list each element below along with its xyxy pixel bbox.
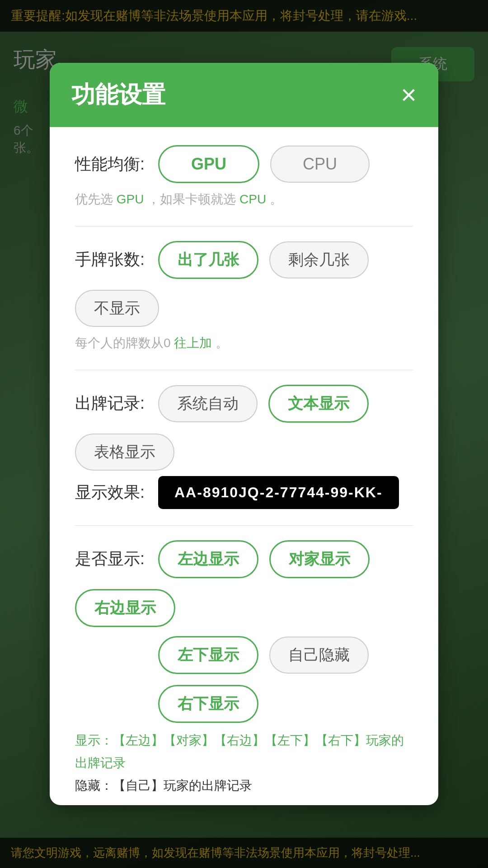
- play-record-row: 出牌记录: 系统自动 文本显示 表格显示: [75, 385, 413, 471]
- show-hide-btn2[interactable]: 对家显示: [269, 540, 370, 578]
- modal-backdrop: 功能设置 × 性能均衡: GPU CPU 优先选 GPU ，如果卡顿就选 CPU…: [0, 0, 488, 868]
- play-record-btn3[interactable]: 表格显示: [75, 434, 174, 471]
- card-count-btn2[interactable]: 剩余几张: [269, 241, 369, 278]
- performance-hint: 优先选 GPU ，如果卡顿就选 CPU 。: [75, 189, 413, 210]
- modal-header: 功能设置 ×: [50, 63, 438, 127]
- effect-display: AA-8910JQ-2-77744-99-KK-: [158, 476, 399, 509]
- card-count-section: 手牌张数: 出了几张 剩余几张 不显示 每个人的牌数从0 往上加 。: [75, 241, 413, 354]
- hint-gpu-text: GPU: [117, 192, 144, 206]
- performance-row: 性能均衡: GPU CPU: [75, 145, 413, 183]
- show-hide-label: 是否显示:: [75, 548, 147, 570]
- modal-close-button[interactable]: ×: [401, 81, 417, 108]
- show-hide-btn6[interactable]: 右下显示: [158, 685, 258, 723]
- show-hide-btn5[interactable]: 自己隐藏: [269, 637, 369, 674]
- modal-title: 功能设置: [71, 79, 165, 111]
- play-record-btn1[interactable]: 系统自动: [158, 385, 258, 422]
- show-hide-hint-black: 隐藏：【自己】玩家的出牌记录: [75, 777, 413, 794]
- card-count-hint: 每个人的牌数从0 往上加 。: [75, 333, 413, 354]
- divider-1: [75, 226, 413, 226]
- card-count-btn1[interactable]: 出了几张: [158, 241, 258, 279]
- hint-up-text: 往上加: [174, 336, 212, 350]
- gpu-button[interactable]: GPU: [158, 145, 259, 183]
- divider-2: [75, 370, 413, 370]
- divider-3: [75, 525, 413, 526]
- performance-section: 性能均衡: GPU CPU 优先选 GPU ，如果卡顿就选 CPU 。: [75, 145, 413, 210]
- show-hide-hint-green: 显示：【左边】【对家】【右边】【左下】【右下】玩家的出牌记录: [75, 729, 413, 775]
- card-count-btn3[interactable]: 不显示: [75, 290, 159, 327]
- card-count-row: 手牌张数: 出了几张 剩余几张 不显示: [75, 241, 413, 327]
- show-hide-btn1[interactable]: 左边显示: [158, 540, 258, 578]
- effect-row: 显示效果: AA-8910JQ-2-77744-99-KK-: [75, 476, 413, 509]
- card-count-label: 手牌张数:: [75, 249, 147, 271]
- play-record-btn2[interactable]: 文本显示: [268, 385, 369, 423]
- show-hide-btn4[interactable]: 左下显示: [158, 636, 258, 674]
- show-hide-btn3[interactable]: 右边显示: [75, 589, 175, 627]
- play-record-label: 出牌记录:: [75, 392, 147, 415]
- hint-cpu-text: CPU: [239, 192, 266, 206]
- play-record-section: 出牌记录: 系统自动 文本显示 表格显示 显示效果: AA-8910JQ-2-7…: [75, 385, 413, 509]
- performance-label: 性能均衡:: [75, 153, 147, 175]
- modal: 功能设置 × 性能均衡: GPU CPU 优先选 GPU ，如果卡顿就选 CPU…: [50, 63, 438, 805]
- modal-body: 性能均衡: GPU CPU 优先选 GPU ，如果卡顿就选 CPU 。 手牌张数…: [50, 127, 438, 805]
- show-hide-row2: 左下显示 自己隐藏 右下显示: [75, 636, 413, 723]
- show-hide-section: 是否显示: 左边显示 对家显示 右边显示 左下显示 自己隐藏 右下显示 显示：【…: [75, 540, 413, 795]
- effect-label: 显示效果:: [75, 481, 147, 504]
- show-hide-row1: 是否显示: 左边显示 对家显示 右边显示: [75, 540, 413, 627]
- cpu-button[interactable]: CPU: [270, 146, 370, 183]
